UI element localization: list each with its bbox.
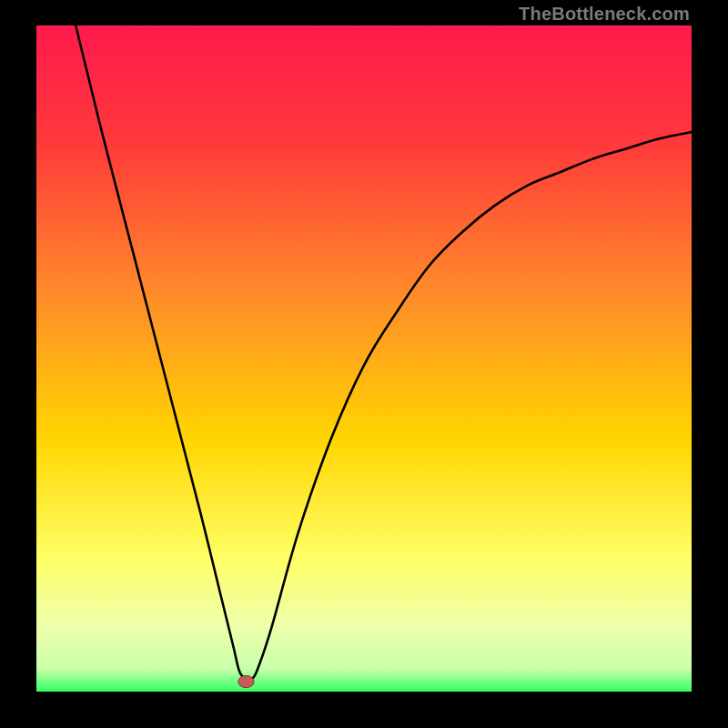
bottleneck-curve	[36, 25, 692, 692]
curve-path	[76, 25, 692, 680]
chart-frame: TheBottleneck.com	[0, 0, 728, 728]
watermark-text: TheBottleneck.com	[519, 4, 690, 25]
minimum-marker-icon	[238, 675, 254, 687]
plot-area	[36, 25, 692, 692]
